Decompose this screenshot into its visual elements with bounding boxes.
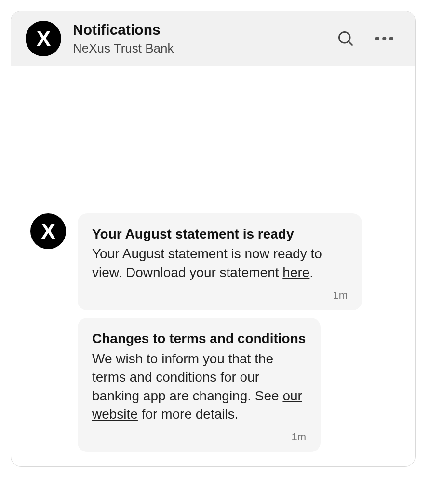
panel-header: X Notifications NeXus Trust Bank •••: [11, 11, 415, 66]
notification-title: Changes to terms and conditions: [92, 330, 306, 348]
thread-avatar[interactable]: X: [30, 213, 66, 249]
message-group: X Your August statement is ready Your Au…: [30, 213, 401, 452]
notification-title: Your August statement is ready: [92, 225, 348, 243]
more-icon: •••: [375, 31, 396, 46]
body-text-post: .: [309, 265, 313, 280]
avatar-letter: X: [41, 218, 56, 244]
body-text-post: for more details.: [138, 407, 239, 422]
notification-card[interactable]: Changes to terms and conditions We wish …: [78, 318, 321, 452]
header-titles: Notifications NeXus Trust Bank: [73, 22, 323, 56]
messages-area: X Your August statement is ready Your Au…: [11, 66, 415, 466]
avatar-letter: X: [36, 26, 51, 52]
notifications-panel: X Notifications NeXus Trust Bank ••• X: [11, 11, 416, 467]
notification-time: 1m: [92, 289, 348, 302]
page-title: Notifications: [73, 22, 323, 38]
notification-link[interactable]: here: [282, 265, 309, 280]
body-text-pre: We wish to inform you that the terms and…: [92, 351, 282, 403]
avatar[interactable]: X: [26, 21, 61, 56]
notification-body: Your August statement is now ready to vi…: [92, 245, 348, 282]
notification-card[interactable]: Your August statement is ready Your Augu…: [78, 213, 362, 310]
search-button[interactable]: [335, 28, 356, 49]
svg-line-1: [349, 41, 352, 45]
notification-body: We wish to inform you that the terms and…: [92, 350, 306, 424]
header-actions: •••: [335, 28, 398, 49]
message-column: Your August statement is ready Your Augu…: [78, 213, 362, 452]
search-icon: [337, 30, 354, 47]
more-button[interactable]: •••: [373, 29, 398, 48]
page-subtitle: NeXus Trust Bank: [73, 41, 323, 56]
notification-time: 1m: [92, 431, 306, 443]
